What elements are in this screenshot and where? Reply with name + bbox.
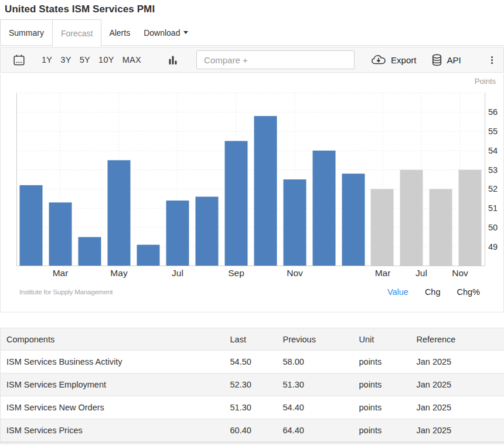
bar-actual-aug-2024[interactable] <box>196 197 219 266</box>
column-header-unit: Unit <box>358 328 416 351</box>
export-label: Export <box>391 55 416 65</box>
components-table: ComponentsLastPreviousUnitReference ISM … <box>0 328 504 442</box>
column-header-reference: Reference <box>416 328 504 351</box>
cell-previous: 51.30 <box>282 373 358 396</box>
cell-unit: points <box>358 351 416 373</box>
x-tick-label: Mar <box>375 268 391 278</box>
column-header-previous: Previous <box>282 328 358 351</box>
column-header-last: Last <box>229 328 282 351</box>
tab-download-label: Download <box>144 28 180 38</box>
cell-components: ISM Services Employment <box>1 373 229 396</box>
y-tick-label: 50 <box>488 223 498 232</box>
chart-type-button[interactable] <box>168 55 178 65</box>
cell-reference: Jan 2025 <box>416 373 504 396</box>
x-tick-label: Nov <box>452 268 468 278</box>
table-row[interactable]: ISM Services Employment52.3051.30pointsJ… <box>1 373 504 396</box>
cell-last: 51.30 <box>229 396 282 419</box>
tab-alerts-label: Alerts <box>109 28 130 38</box>
y-tick-label: 56 <box>488 107 498 117</box>
chart-mode-links: ValueChgChg% <box>387 287 480 297</box>
chart-footer: Institute for Supply Management ValueChg… <box>19 286 480 298</box>
cell-components: ISM Services New Orders <box>1 396 229 419</box>
compare-field-wrap <box>196 50 355 69</box>
range-button-5y[interactable]: 5Y <box>80 55 90 64</box>
x-tick-label: May <box>110 268 128 278</box>
cell-unit: points <box>358 373 416 396</box>
range-button-max[interactable]: MAX <box>122 55 141 64</box>
table-row[interactable]: ISM Services New Orders51.3054.40pointsJ… <box>1 396 504 419</box>
cell-reference: Jan 2025 <box>416 351 504 373</box>
tab-forecast[interactable]: Forecast <box>52 19 101 46</box>
api-button[interactable]: API <box>431 54 461 66</box>
bar-actual-jan-2025[interactable] <box>342 174 365 266</box>
bar-actual-dec-2024[interactable] <box>313 151 336 266</box>
source-attribution: Institute for Supply Management <box>19 288 113 295</box>
x-tick-label: Nov <box>287 268 303 278</box>
bar-actual-oct-2024[interactable] <box>254 116 277 266</box>
tab-summary[interactable]: Summary <box>0 19 52 46</box>
bar-actual-jun-2024[interactable] <box>137 244 160 266</box>
chart-panel: Points4950515253545556MarMayJulSepNovMar… <box>0 74 504 312</box>
y-tick-label: 51 <box>488 203 498 213</box>
cell-last: 54.50 <box>229 351 282 373</box>
bar-actual-may-2024[interactable] <box>108 160 131 266</box>
more-options-button[interactable] <box>491 56 493 64</box>
bar-actual-nov-2024[interactable] <box>284 179 307 266</box>
pmi-bar-chart[interactable]: Points4950515253545556MarMayJulSepNovMar… <box>1 74 503 280</box>
mode-link-chg[interactable]: Chg <box>425 287 441 297</box>
page-header: United States ISM Services PMI <box>0 0 504 19</box>
mode-link-chgpct[interactable]: Chg% <box>457 287 481 297</box>
tab-forecast-label: Forecast <box>61 29 93 38</box>
x-tick-label: Sep <box>228 268 244 278</box>
table-header-row: ComponentsLastPreviousUnitReference <box>1 328 504 351</box>
cell-unit: points <box>358 396 416 419</box>
column-header-components: Components <box>1 328 229 351</box>
x-tick-label: Jul <box>172 268 183 278</box>
bar-actual-sep-2024[interactable] <box>225 141 248 266</box>
tab-download[interactable]: Download <box>144 19 188 46</box>
cell-components: ISM Services Business Activity <box>1 351 229 373</box>
export-cloud-icon <box>371 54 387 66</box>
tab-summary-label: Summary <box>9 28 44 38</box>
bar-actual-jul-2024[interactable] <box>166 201 189 266</box>
api-label: API <box>447 55 461 65</box>
bar-chart-icon <box>168 55 178 65</box>
cell-components: ISM Services Prices <box>1 419 229 442</box>
caret-down-icon <box>183 31 188 34</box>
cell-last: 60.40 <box>229 419 282 442</box>
range-button-10y[interactable]: 10Y <box>98 55 114 64</box>
export-button[interactable]: Export <box>371 54 416 66</box>
bar-actual-feb-2024[interactable] <box>20 185 43 266</box>
database-icon <box>431 54 442 66</box>
y-tick-label: 55 <box>488 127 498 136</box>
cell-reference: Jan 2025 <box>416 419 504 442</box>
bar-actual-mar-2024[interactable] <box>49 202 72 266</box>
y-tick-label: 49 <box>488 242 498 252</box>
range-button-3y[interactable]: 3Y <box>60 55 71 64</box>
tab-bar: Summary Forecast Alerts Download <box>0 19 504 46</box>
calendar-icon <box>13 54 25 66</box>
cell-previous: 54.40 <box>282 396 358 419</box>
calendar-button[interactable] <box>13 54 25 66</box>
table-row[interactable]: ISM Services Prices60.4064.40pointsJan 2… <box>1 419 504 442</box>
y-tick-label: 52 <box>488 184 498 193</box>
table-row[interactable]: ISM Services Business Activity54.5058.00… <box>1 351 504 373</box>
tab-alerts[interactable]: Alerts <box>109 19 130 46</box>
mode-link-value[interactable]: Value <box>387 287 408 297</box>
y-tick-label: 54 <box>488 146 498 155</box>
bar-forecast-mar-2025[interactable] <box>371 189 394 266</box>
range-button-1y[interactable]: 1Y <box>42 55 52 64</box>
page-title: United States ISM Services PMI <box>5 4 504 15</box>
axis-unit-label: Points <box>475 77 496 86</box>
compare-input[interactable] <box>196 50 355 69</box>
bar-forecast-jun-2025[interactable] <box>400 170 423 266</box>
cell-previous: 64.40 <box>282 419 358 442</box>
bar-forecast-sep-2025[interactable] <box>430 189 452 266</box>
chart-toolbar: 1Y3Y5Y10YMAX Export API <box>0 47 504 73</box>
cell-unit: points <box>358 419 416 442</box>
bar-forecast-dec-2025[interactable] <box>459 170 482 266</box>
cell-last: 52.30 <box>229 373 282 396</box>
bar-actual-apr-2024[interactable] <box>79 237 101 266</box>
x-tick-label: Jul <box>416 268 427 278</box>
x-tick-label: Mar <box>53 268 69 278</box>
